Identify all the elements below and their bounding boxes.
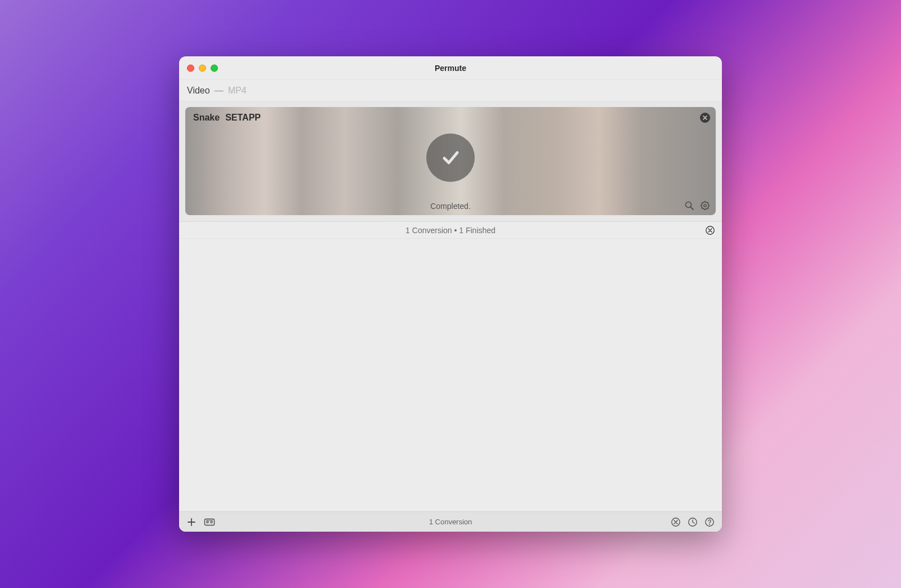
presets-button[interactable]	[204, 516, 215, 528]
window-title: Permute	[435, 64, 466, 73]
magnifier-icon	[684, 201, 694, 211]
svg-rect-12	[205, 519, 215, 525]
drop-area[interactable]	[179, 239, 722, 511]
footer-bar: 1 Conversion	[179, 511, 722, 532]
clock-icon	[688, 517, 698, 527]
close-icon	[702, 115, 708, 121]
fullscreen-window-button[interactable]	[211, 64, 218, 72]
history-button[interactable]	[687, 516, 698, 528]
card-title: Snake SETAPP	[185, 107, 716, 128]
svg-line-8	[707, 202, 708, 203]
check-icon	[438, 145, 463, 171]
close-window-button[interactable]	[187, 64, 194, 72]
add-files-button[interactable]	[186, 516, 197, 528]
card-footer: Completed.	[185, 198, 716, 215]
help-button[interactable]	[704, 516, 715, 528]
reveal-in-finder-button[interactable]	[683, 199, 695, 212]
help-icon	[704, 517, 715, 527]
queue-area: Snake SETAPP Completed.	[179, 101, 722, 222]
gear-icon	[700, 201, 710, 211]
traffic-lights	[187, 64, 218, 72]
svg-line-7	[707, 208, 708, 209]
close-circle-icon	[671, 517, 681, 527]
remove-card-button[interactable]	[700, 113, 710, 123]
conversion-card[interactable]: Snake SETAPP Completed.	[185, 107, 716, 215]
card-source-label: SETAPP	[225, 113, 261, 123]
minimize-window-button[interactable]	[199, 64, 206, 72]
close-circle-icon	[705, 225, 715, 235]
format-bar[interactable]: Video — MP4	[179, 80, 722, 101]
svg-line-6	[702, 202, 703, 203]
summary-text: 1 Conversion • 1 Finished	[405, 226, 496, 235]
svg-line-9	[702, 208, 703, 209]
svg-point-18	[706, 518, 713, 525]
preset-icon	[204, 518, 215, 527]
svg-point-19	[709, 524, 710, 525]
summary-row: 1 Conversion • 1 Finished	[179, 222, 722, 239]
app-window: Permute Video — MP4 Snake SETAPP Co	[179, 56, 722, 532]
plus-icon	[187, 518, 196, 527]
footer-left	[186, 516, 215, 528]
clear-finished-button[interactable]	[705, 225, 715, 235]
format-type: Video	[187, 86, 210, 96]
title-bar: Permute	[179, 56, 722, 80]
card-settings-button[interactable]	[699, 199, 711, 212]
format-separator: —	[215, 86, 224, 96]
card-actions	[683, 199, 711, 212]
cancel-all-button[interactable]	[670, 516, 681, 528]
format-name: MP4	[228, 86, 247, 96]
footer-status: 1 Conversion	[429, 518, 472, 526]
card-status: Completed.	[430, 202, 471, 211]
card-file-name: Snake	[193, 113, 220, 123]
footer-right	[670, 516, 715, 528]
svg-point-14	[211, 521, 212, 523]
svg-point-13	[207, 521, 208, 523]
completed-indicator	[426, 133, 475, 182]
svg-point-10	[704, 204, 706, 207]
